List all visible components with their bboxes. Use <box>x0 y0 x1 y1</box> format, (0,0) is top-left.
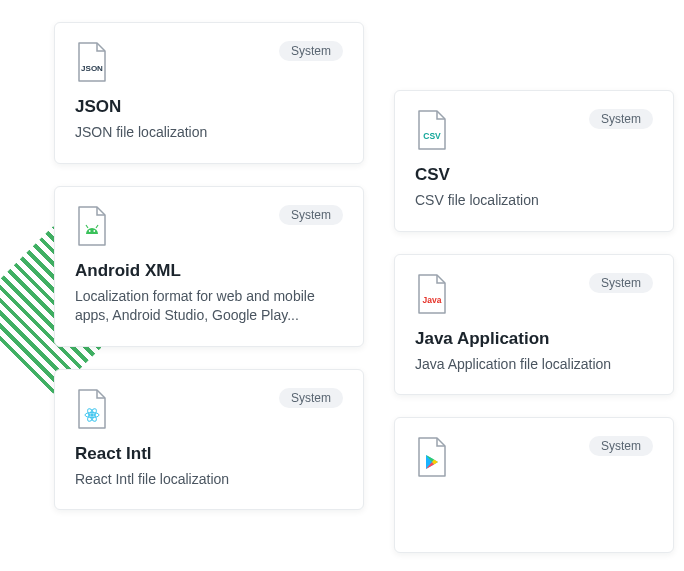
system-badge: System <box>279 205 343 225</box>
card-description: React Intl file localization <box>75 470 343 490</box>
svg-line-1 <box>96 225 98 228</box>
card-head: System <box>75 388 343 430</box>
react-file-icon <box>75 388 109 430</box>
format-card-csv[interactable]: CSV System CSV CSV file localization <box>394 90 674 232</box>
java-file-icon: Java <box>415 273 449 315</box>
card-description: Localization format for web and mobile a… <box>75 287 343 326</box>
icon-label: CSV <box>423 131 441 141</box>
svg-point-3 <box>93 230 95 232</box>
card-title: React Intl <box>75 444 343 464</box>
system-badge: System <box>279 388 343 408</box>
format-card-google-play[interactable]: System <box>394 417 674 553</box>
card-head: CSV System <box>415 109 653 151</box>
system-badge: System <box>589 109 653 129</box>
card-title: Android XML <box>75 261 343 281</box>
json-file-icon: JSON <box>75 41 109 83</box>
card-title: CSV <box>415 165 653 185</box>
card-head: System <box>415 436 653 478</box>
svg-point-7 <box>91 413 94 416</box>
card-head: System <box>75 205 343 247</box>
google-play-file-icon <box>415 436 449 478</box>
system-badge: System <box>589 436 653 456</box>
csv-file-icon: CSV <box>415 109 449 151</box>
card-description: Java Application file localization <box>415 355 653 375</box>
svg-point-2 <box>89 230 91 232</box>
card-title: Java Application <box>415 329 653 349</box>
system-badge: System <box>589 273 653 293</box>
format-card-java[interactable]: Java System Java Application Java Applic… <box>394 254 674 396</box>
format-card-react-intl[interactable]: System React Intl React Intl file locali… <box>54 369 364 511</box>
card-column-left: JSON System JSON JSON file localization … <box>54 22 364 510</box>
card-head: Java System <box>415 273 653 315</box>
icon-label: JSON <box>81 64 103 73</box>
card-description: CSV file localization <box>415 191 653 211</box>
format-card-json[interactable]: JSON System JSON JSON file localization <box>54 22 364 164</box>
card-title: JSON <box>75 97 343 117</box>
card-description: JSON file localization <box>75 123 343 143</box>
icon-label: Java <box>423 295 442 305</box>
system-badge: System <box>279 41 343 61</box>
svg-line-0 <box>86 225 88 228</box>
android-file-icon <box>75 205 109 247</box>
card-head: JSON System <box>75 41 343 83</box>
card-column-right: CSV System CSV CSV file localization Jav… <box>394 90 674 553</box>
format-card-android-xml[interactable]: System Android XML Localization format f… <box>54 186 364 347</box>
